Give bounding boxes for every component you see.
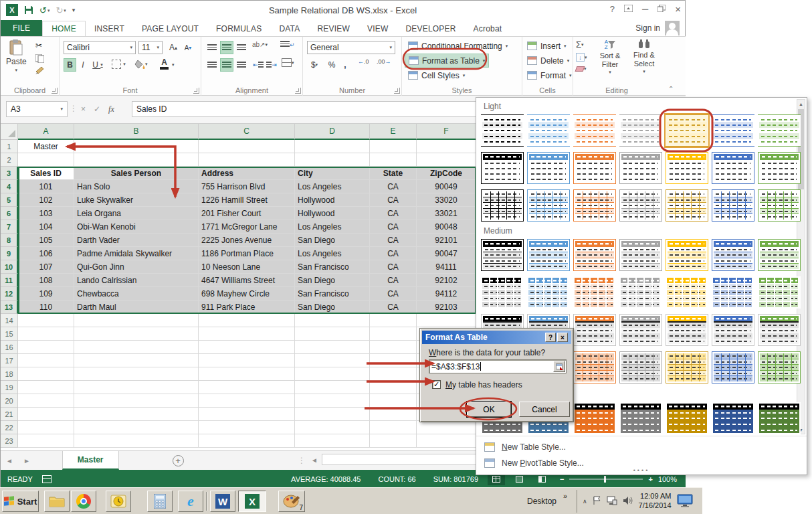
- table-style-l3-light-blue[interactable]: [527, 189, 570, 222]
- chrome-icon[interactable]: [71, 491, 96, 512]
- table-style-m4-blue[interactable]: [712, 351, 754, 383]
- table-style-l1-gold[interactable]: [666, 114, 708, 147]
- cell-B19[interactable]: [74, 381, 199, 394]
- decrease-indent-icon[interactable]: ⇤: [252, 58, 264, 72]
- cell-E2[interactable]: [370, 153, 417, 167]
- row-header-19[interactable]: 19: [1, 381, 18, 394]
- table-style-l2-light-blue[interactable]: [527, 152, 570, 184]
- row-header-1[interactable]: 1: [1, 140, 18, 153]
- table-style-d1-orange[interactable]: [573, 402, 616, 434]
- cell-E16[interactable]: [370, 341, 417, 354]
- cell-E14[interactable]: [370, 314, 417, 327]
- italic-button[interactable]: I: [78, 58, 88, 72]
- table-style-l2-blue[interactable]: [712, 152, 754, 184]
- increase-decimal-icon[interactable]: ←.0: [358, 58, 369, 65]
- cell-E8[interactable]: CA: [370, 234, 417, 247]
- delete-cells-button[interactable]: Delete▾: [524, 54, 573, 68]
- cell-B6[interactable]: Leia Organa: [74, 207, 199, 220]
- decrease-decimal-icon[interactable]: .00→: [377, 58, 391, 65]
- range-picker-icon[interactable]: [553, 361, 565, 372]
- table-style-m4-gray[interactable]: [619, 351, 662, 383]
- calculator-icon[interactable]: [147, 491, 173, 512]
- cell-E10[interactable]: CA: [370, 260, 417, 274]
- cell-D18[interactable]: [295, 367, 370, 381]
- ribbon-tab-acrobat[interactable]: Acrobat: [465, 21, 511, 36]
- sort-filter-button[interactable]: AZ Sort & Filter ▾: [596, 39, 624, 75]
- network-icon[interactable]: [607, 496, 617, 507]
- cell-C10[interactable]: 10 Neeson Lane: [199, 260, 295, 274]
- cell-D16[interactable]: [295, 341, 370, 354]
- ribbon-tab-file[interactable]: FILE: [1, 20, 42, 36]
- row-header-22[interactable]: 22: [1, 421, 18, 434]
- cell-E19[interactable]: [370, 381, 417, 394]
- cell-F10[interactable]: 94111: [417, 260, 476, 274]
- desktop-chevron[interactable]: »: [563, 492, 567, 500]
- hscroll-left-icon[interactable]: ◄: [306, 456, 323, 464]
- redo-icon[interactable]: ↻▾: [56, 6, 66, 15]
- table-style-m2-gold[interactable]: [666, 276, 708, 309]
- cell-F2[interactable]: [417, 153, 476, 167]
- cell-E7[interactable]: CA: [370, 220, 417, 234]
- cell-C5[interactable]: 1226 Hamill Street: [199, 193, 295, 207]
- middle-align-icon[interactable]: [220, 41, 233, 54]
- fill-icon[interactable]: ↓▾: [576, 53, 587, 62]
- cell-F13[interactable]: 92103: [417, 301, 476, 314]
- scroll-up-icon[interactable]: ▲: [797, 100, 805, 108]
- table-style-d1-gray[interactable]: [619, 402, 662, 434]
- cell-A12[interactable]: 109: [18, 287, 74, 301]
- row-header-14[interactable]: 14: [1, 314, 18, 327]
- row-header-20[interactable]: 20: [1, 394, 18, 408]
- cell-F1[interactable]: [417, 140, 476, 153]
- cell-F4[interactable]: 90049: [417, 180, 476, 193]
- table-style-m2-black[interactable]: [481, 276, 524, 309]
- table-style-l1-gray[interactable]: [619, 114, 662, 147]
- table-style-l2-black[interactable]: [481, 152, 524, 184]
- percent-style-icon[interactable]: %: [326, 58, 338, 72]
- table-style-l1-blue[interactable]: [712, 114, 754, 147]
- row-header-18[interactable]: 18: [1, 367, 18, 381]
- show-desktop-icon[interactable]: [677, 494, 693, 509]
- font-dialog-launcher-icon[interactable]: [193, 88, 199, 94]
- cell-D7[interactable]: Los Angeles: [295, 220, 370, 234]
- help-icon[interactable]: ?: [610, 4, 615, 14]
- table-style-l2-orange[interactable]: [573, 152, 616, 184]
- tray-time[interactable]: 12:09 AM: [640, 492, 671, 500]
- table-style-l3-green[interactable]: [758, 189, 801, 222]
- cell-B16[interactable]: [74, 341, 199, 354]
- cell-F23[interactable]: [417, 434, 476, 448]
- zoom-out-icon[interactable]: −: [560, 475, 564, 483]
- cell-C17[interactable]: [199, 354, 295, 367]
- cell-C1[interactable]: [199, 140, 295, 153]
- table-style-l1-green[interactable]: [758, 114, 801, 147]
- cell-B18[interactable]: [74, 367, 199, 381]
- table-style-d1-green[interactable]: [758, 402, 801, 434]
- cell-D15[interactable]: [295, 327, 370, 341]
- column-header-F[interactable]: F: [417, 124, 476, 140]
- align-left-icon[interactable]: [205, 58, 219, 72]
- cell-B4[interactable]: Han Solo: [74, 180, 199, 193]
- table-style-m2-blue[interactable]: [712, 276, 754, 309]
- cell-B21[interactable]: [74, 408, 199, 421]
- gallery-resize-handle[interactable]: ••••: [476, 467, 807, 474]
- row-header-17[interactable]: 17: [1, 354, 18, 367]
- cell-E22[interactable]: [370, 421, 417, 434]
- table-style-m3-blue[interactable]: [712, 314, 754, 346]
- paste-dropdown-icon[interactable]: ▾: [15, 68, 18, 73]
- cell-B1[interactable]: [74, 140, 199, 153]
- table-style-m1-gray[interactable]: [619, 239, 662, 271]
- cell-F7[interactable]: 90048: [417, 220, 476, 234]
- cell-A6[interactable]: 103: [18, 207, 74, 220]
- table-style-d1-gold[interactable]: [666, 402, 708, 434]
- table-style-m1-light-blue[interactable]: [527, 239, 570, 271]
- cell-C16[interactable]: [199, 341, 295, 354]
- clipboard-dialog-launcher-icon[interactable]: [52, 88, 58, 94]
- row-header-5[interactable]: 5: [1, 193, 18, 207]
- insert-cells-button[interactable]: Insert▾: [524, 39, 570, 53]
- cell-B22[interactable]: [74, 421, 199, 434]
- table-style-m3-gray[interactable]: [619, 314, 662, 346]
- table-style-m1-green[interactable]: [758, 239, 801, 271]
- cell-A14[interactable]: [18, 314, 74, 327]
- table-style-l2-green[interactable]: [758, 152, 801, 184]
- cell-B3[interactable]: Sales Person: [74, 167, 199, 180]
- cell-B7[interactable]: Obi-Wan Kenobi: [74, 220, 199, 234]
